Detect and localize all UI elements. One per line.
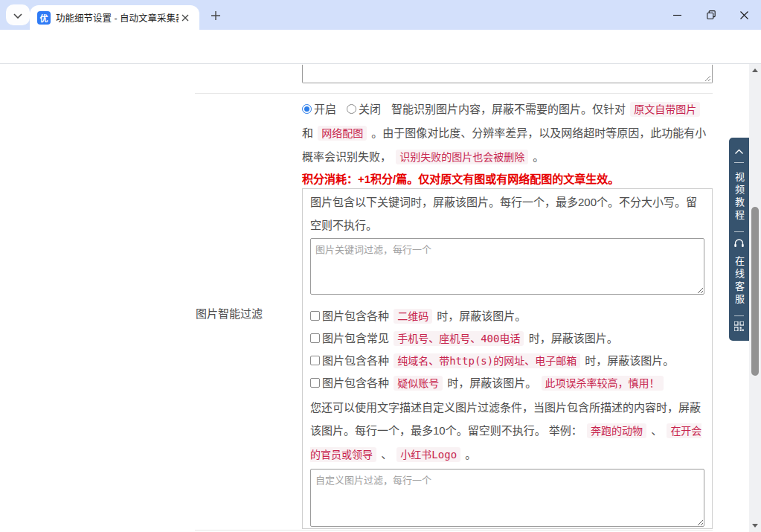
checkbox-label: 图片包含各种 疑似账号 时，屏蔽该图片。 此项误杀率较高，慎用！	[322, 376, 665, 389]
highlighted-term: 奔跑的动物	[587, 423, 646, 438]
widget-divider	[734, 162, 744, 163]
text-segment: 、	[648, 424, 665, 437]
scroll-down-arrow[interactable]	[752, 524, 758, 528]
text-segment: 和	[302, 126, 316, 139]
highlighted-term: 纯域名、带http(s)的网址、电子邮箱	[394, 353, 580, 368]
qrcode-icon[interactable]	[734, 321, 744, 334]
text-segment: 图片包含各种	[322, 354, 392, 367]
page-content: 开启关闭智能识别图片内容，屏蔽不需要的图片。仅针对 原文自带图片 和 网络配图 …	[0, 64, 761, 532]
browser-toolbar: ucaiyun.com/caiji/settings/ 井	[0, 30, 761, 64]
text-segment: 时，屏蔽该图片。	[434, 310, 526, 322]
tab-close-button[interactable]	[179, 11, 192, 25]
text-segment: 时，屏蔽该图片。	[444, 376, 539, 389]
checkbox-row-phone: 图片包含常见 手机号、座机号、400电话 时，屏蔽该图片。	[310, 327, 704, 350]
tab-strip: 优 功能细节设置 - 自动文章采集器	[0, 0, 761, 30]
checkbox-row-qrcode: 图片包含各种 二维码 时，屏蔽该图片。	[310, 305, 704, 327]
video-tutorial-button[interactable]: 视频教程	[732, 172, 746, 222]
row-divider	[195, 93, 713, 94]
text-segment: 。	[530, 150, 544, 163]
image-filter-panel: 图片包含以下关键词时，屏蔽该图片。每行一个，最多200个。不分大小写。留空则不执…	[302, 188, 713, 529]
text-segment: 智能识别图片内容，屏蔽不需要的图片。仅针对	[391, 103, 629, 115]
checkbox-row-account: 图片包含各种 疑似账号 时，屏蔽该图片。 此项误杀率较高，慎用！	[310, 372, 704, 394]
account-checkbox[interactable]	[310, 378, 320, 388]
custom-filter-description: 您还可以使用文字描述自定义图片过滤条件，当图片包含所描述的内容时，屏蔽该图片。每…	[310, 396, 704, 467]
checkbox-label: 图片包含各种 二维码 时，屏蔽该图片。	[322, 310, 526, 322]
highlighted-term: 小红书Logo	[396, 447, 460, 462]
checkbox-label: 图片包含常见 手机号、座机号、400电话 时，屏蔽该图片。	[322, 332, 618, 344]
highlighted-term: 手机号、座机号、400电话	[394, 331, 524, 346]
minimize-button[interactable]	[661, 0, 694, 30]
browser-window: 优 功能细节设置 - 自动文章采集器	[0, 0, 761, 532]
scrollbar-thumb[interactable]	[751, 207, 759, 376]
keyword-filter-textarea[interactable]	[310, 238, 704, 295]
smart-filter-intro: 开启关闭智能识别图片内容，屏蔽不需要的图片。仅针对 原文自带图片 和 网络配图 …	[302, 97, 713, 169]
floating-sidebar: 视频教程 在线客服	[729, 138, 749, 341]
row-label-image-smart-filter: 图片智能过滤	[196, 302, 263, 325]
new-tab-button[interactable]	[207, 7, 225, 25]
text-segment: 时，屏蔽该图片。	[525, 332, 617, 344]
tab-title: 功能细节设置 - 自动文章采集器	[56, 10, 179, 25]
qrcode-checkbox[interactable]	[310, 311, 320, 321]
highlighted-term: 疑似账号	[394, 376, 443, 391]
text-segment: 图片包含各种	[322, 310, 392, 322]
highlighted-term: 此项误杀率较高，慎用！	[542, 376, 664, 391]
keyword-filter-hint: 图片包含以下关键词时，屏蔽该图片。每行一个，最多200个。不分大小写。留空则不执…	[310, 190, 704, 237]
highlighted-term: 二维码	[394, 309, 432, 324]
text-segment: 。	[462, 448, 476, 461]
widget-divider	[734, 231, 744, 232]
text-segment: 图片包含各种	[322, 376, 392, 389]
phone-checkbox[interactable]	[310, 333, 320, 343]
text-segment: 图片包含常见	[322, 332, 392, 344]
site-favicon: 优	[37, 11, 51, 25]
radio-on[interactable]	[302, 104, 312, 114]
url-email-checkbox[interactable]	[310, 356, 320, 365]
online-service-button[interactable]: 在线客服	[732, 256, 746, 307]
active-tab[interactable]: 优 功能细节设置 - 自动文章采集器	[30, 5, 199, 30]
page-scrollbar[interactable]	[749, 64, 761, 532]
checkbox-row-url-email: 图片包含各种 纯域名、带http(s)的网址、电子邮箱 时，屏蔽该图片。	[310, 350, 704, 372]
restore-button[interactable]	[694, 0, 728, 30]
radio-off[interactable]	[347, 104, 356, 114]
plus-icon	[211, 10, 221, 21]
highlighted-term: 网络配图	[318, 126, 367, 141]
close-icon	[182, 14, 189, 22]
close-window-button[interactable]	[728, 0, 761, 30]
chevron-down-icon	[13, 8, 22, 22]
window-controls	[661, 0, 761, 30]
text-segment: 、	[378, 448, 395, 461]
headset-icon[interactable]	[733, 238, 745, 251]
checkbox-label: 图片包含各种 纯域名、带http(s)的网址、电子邮箱 时，屏蔽该图片。	[322, 354, 674, 367]
highlighted-term: 原文自带图片	[630, 102, 700, 117]
text-segment: 时，屏蔽该图片。	[582, 354, 674, 367]
highlighted-term: 识别失败的图片也会被删除	[396, 150, 528, 164]
radio-off-label[interactable]: 关闭	[359, 103, 381, 115]
row-divider-bottom	[195, 530, 713, 531]
collapse-up-icon[interactable]	[734, 144, 744, 158]
radio-on-label[interactable]: 开启	[314, 103, 336, 115]
previous-row-textarea[interactable]	[302, 65, 713, 83]
close-icon	[740, 11, 748, 19]
widget-divider	[734, 315, 744, 316]
scroll-up-arrow[interactable]	[752, 68, 758, 72]
cost-note: 积分消耗：+1积分/篇。仅对原文有图或有网络配图的文章生效。	[302, 167, 713, 190]
restore-icon	[707, 10, 716, 19]
resize-grip-icon	[704, 75, 711, 82]
checkbox-list: 图片包含各种 二维码 时，屏蔽该图片。 图片包含常见 手机号、座机号、400电话…	[310, 305, 704, 394]
tab-search-button[interactable]	[6, 4, 30, 25]
minimize-icon	[673, 11, 681, 19]
custom-filter-textarea[interactable]	[310, 469, 704, 527]
